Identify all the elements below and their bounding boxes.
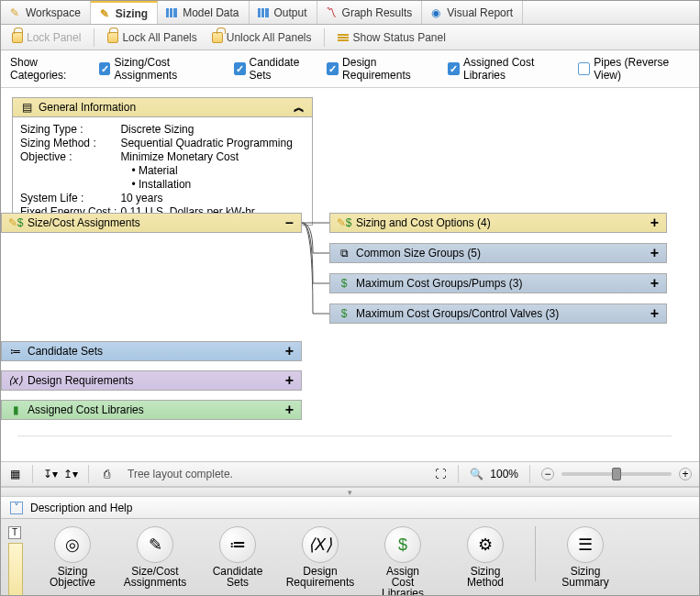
- tab-label: Sizing: [116, 7, 148, 20]
- node-sizecost[interactable]: ✎$Size/Cost Assignments–: [1, 213, 302, 233]
- pencil-icon: ✎: [137, 526, 173, 563]
- expand-button[interactable]: +: [285, 373, 294, 388]
- node-common-size-groups[interactable]: ⧉Common Size Groups (5)+: [329, 243, 667, 263]
- dollar-icon: $: [338, 307, 350, 320]
- btn-sizing-objective[interactable]: ◎SizingObjective: [39, 526, 106, 588]
- collapse-tool-icon[interactable]: ↥▾: [64, 468, 77, 480]
- library-icon: ▮: [9, 403, 22, 416]
- expand-button[interactable]: +: [285, 344, 294, 359]
- tab-visual-report[interactable]: ◉Visual Report: [422, 1, 523, 24]
- dollar-icon: $: [384, 526, 421, 563]
- value: Discrete Sizing: [120, 123, 295, 137]
- bullet-item: Material: [120, 164, 292, 177]
- bullet-item: Installation: [120, 178, 292, 191]
- expand-button[interactable]: +: [650, 215, 659, 230]
- fit-icon[interactable]: ⛶: [434, 468, 447, 480]
- node-max-cost-pumps[interactable]: $Maximum Cost Groups/Pumps (3)+: [329, 273, 667, 293]
- checkbox-icon: [234, 62, 246, 75]
- zoom-value: 100%: [490, 468, 518, 480]
- show-status-button[interactable]: Show Status Panel: [332, 29, 450, 46]
- side-toggle[interactable]: T: [8, 526, 21, 539]
- value: Sequential Quadratic Programming: [120, 137, 295, 150]
- node-candidate-sets[interactable]: ≔Candidate Sets+: [1, 341, 302, 361]
- tab-graph-results[interactable]: 〽Graph Results: [317, 1, 423, 24]
- panel-toolbar: Lock Panel Lock All Panels Unlock All Pa…: [1, 25, 699, 50]
- btn-assign-cost-libraries[interactable]: $AssignCost Libraries: [370, 526, 436, 596]
- lock-icon: [12, 32, 23, 43]
- help-bar: ˅ Description and Help: [1, 496, 699, 518]
- label: Sizing Type :: [20, 123, 120, 137]
- tree-tool-icon[interactable]: ▦: [8, 468, 21, 480]
- print-icon[interactable]: ⎙: [100, 468, 113, 480]
- checkbox-icon: [578, 62, 590, 75]
- summary-icon: ☰: [567, 526, 604, 563]
- zoom-in-button[interactable]: +: [679, 468, 692, 480]
- lock-panel-button[interactable]: Lock Panel: [6, 29, 86, 46]
- btn-design-requirements[interactable]: ⟨X⟩DesignRequirements: [287, 526, 353, 588]
- pencil-icon: ✎$: [9, 216, 22, 229]
- chk-pipes-reverse[interactable]: Pipes (Reverse View): [578, 56, 690, 82]
- group-icon: ⧉: [338, 247, 350, 259]
- checkbox-icon: [448, 62, 460, 75]
- splitter-grip[interactable]: ▾: [1, 487, 699, 496]
- expand-button[interactable]: +: [650, 246, 659, 260]
- collapse-button[interactable]: –: [285, 215, 294, 230]
- list-icon: ≔: [219, 526, 256, 563]
- unlock-all-button[interactable]: Unlock All Panels: [206, 29, 317, 46]
- zoom-slider[interactable]: [561, 472, 672, 476]
- btn-sizecost-assignments[interactable]: ✎Size/CostAssignments: [122, 526, 188, 588]
- tab-output[interactable]: Output: [250, 1, 317, 24]
- separator: [324, 28, 325, 47]
- chk-cost-libs[interactable]: Assigned Cost Libraries: [448, 56, 569, 82]
- chk-design-req[interactable]: Design Requirements: [327, 56, 439, 82]
- node-sizing-options[interactable]: ✎$Sizing and Cost Options (4)+: [329, 213, 667, 233]
- status-message: Tree layout complete.: [128, 468, 233, 480]
- help-label: Description and Help: [30, 502, 132, 514]
- tab-label: Graph Results: [342, 6, 413, 19]
- tab-label: Workspace: [26, 6, 81, 19]
- magnify-icon[interactable]: 🔍: [470, 468, 483, 480]
- dollar-icon: $: [338, 277, 350, 290]
- zoom-thumb[interactable]: [612, 468, 621, 480]
- flow-icon: ⚙: [467, 526, 504, 563]
- help-toggle-icon[interactable]: ˅: [10, 502, 23, 514]
- btn-candidate-sets[interactable]: ≔CandidateSets: [205, 526, 271, 588]
- status-bar: ▦ ↧▾ ↥▾ ⎙ Tree layout complete. ⛶ 🔍 100%…: [1, 461, 699, 487]
- general-info-panel: ▤General Information ︽ Sizing Type :Disc…: [12, 97, 313, 226]
- tree-canvas[interactable]: ▤General Information ︽ Sizing Type :Disc…: [1, 88, 699, 461]
- btn-sizing-summary[interactable]: ☰SizingSummary: [552, 526, 618, 588]
- tab-model-data[interactable]: Model Data: [158, 1, 249, 24]
- collapse-icon[interactable]: ︽: [294, 102, 305, 113]
- show-categories-row: Show Categories: Sizing/Cost Assignments…: [1, 50, 699, 88]
- variable-icon: ⟨X⟩: [302, 526, 339, 563]
- expand-button[interactable]: +: [650, 276, 659, 291]
- list-icon: ≔: [9, 345, 22, 358]
- label: Sizing Method :: [20, 137, 120, 150]
- checkbox-icon: [99, 62, 111, 75]
- tab-sizing[interactable]: ✎Sizing: [91, 1, 158, 24]
- label: System Life :: [20, 192, 120, 205]
- label: Objective :: [20, 150, 120, 164]
- scroll-area-edge: [17, 431, 672, 436]
- expand-button[interactable]: +: [285, 403, 294, 417]
- separator: [535, 526, 536, 581]
- checkbox-icon: [327, 62, 339, 75]
- node-design-requirements[interactable]: ⟨x⟩Design Requirements+: [1, 370, 302, 391]
- lock-all-button[interactable]: Lock All Panels: [102, 29, 202, 46]
- chk-sizing-cost[interactable]: Sizing/Cost Assignments: [99, 56, 225, 82]
- node-max-cost-valves[interactable]: $Maximum Cost Groups/Control Valves (3)+: [329, 304, 667, 324]
- tab-label: Visual Report: [447, 6, 513, 19]
- chk-candidate-sets[interactable]: Candidate Sets: [234, 56, 317, 82]
- node-assigned-cost-libs[interactable]: ▮Assigned Cost Libraries+: [1, 400, 302, 420]
- show-categories-label: Show Categories:: [10, 56, 90, 82]
- zoom-out-button[interactable]: −: [541, 468, 554, 480]
- btn-sizing-method[interactable]: ⚙SizingMethod: [452, 526, 518, 588]
- info-icon: ▤: [20, 101, 33, 114]
- value: 10 years: [120, 192, 295, 205]
- expand-tool-icon[interactable]: ↧▾: [44, 468, 57, 480]
- value: Minimize Monetary Cost: [120, 150, 295, 164]
- general-info-header[interactable]: ▤General Information ︽: [12, 97, 313, 117]
- side-tab[interactable]: [8, 543, 23, 596]
- tab-workspace[interactable]: ✎Workspace: [1, 1, 91, 24]
- expand-button[interactable]: +: [650, 306, 659, 321]
